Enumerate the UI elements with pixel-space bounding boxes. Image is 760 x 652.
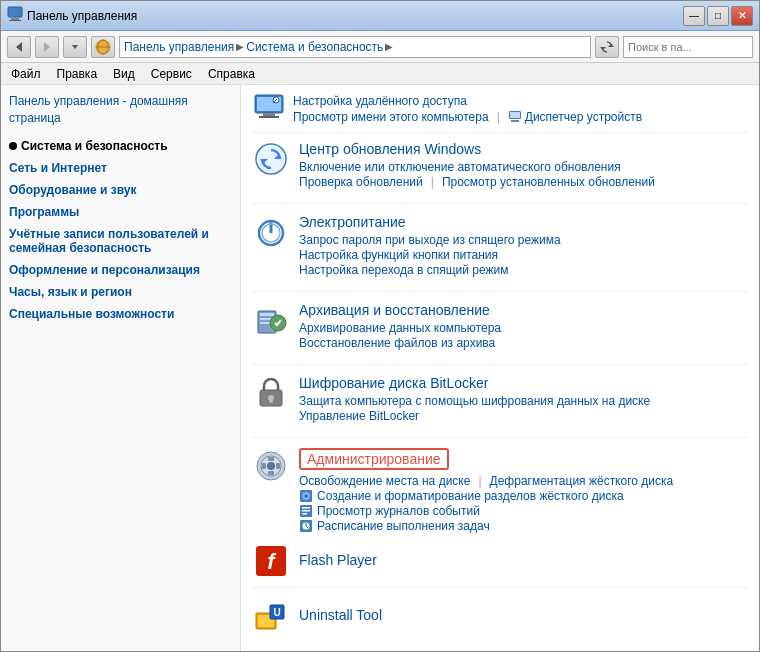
svg-rect-46 bbox=[302, 510, 310, 512]
power-title[interactable]: Электропитание bbox=[299, 214, 561, 230]
address-bar: Панель управления ▶ Система и безопаснос… bbox=[1, 31, 759, 63]
svg-rect-36 bbox=[268, 457, 274, 461]
title-bar-text: Панель управления bbox=[7, 6, 683, 25]
menu-service[interactable]: Сервис bbox=[147, 65, 196, 83]
link-sleep-password[interactable]: Запрос пароля при выходе из спящего режи… bbox=[299, 233, 561, 247]
sidebar-item-programs[interactable]: Программы bbox=[9, 205, 232, 219]
menu-edit[interactable]: Правка bbox=[53, 65, 102, 83]
maximize-button[interactable]: □ bbox=[707, 6, 729, 26]
link-auto-update[interactable]: Включение или отключение автоматического… bbox=[299, 160, 655, 174]
svg-rect-37 bbox=[268, 471, 274, 475]
link-computer-name[interactable]: Просмотр имени этого компьютера bbox=[293, 110, 489, 124]
refresh-button[interactable] bbox=[595, 36, 619, 58]
svg-rect-27 bbox=[260, 313, 274, 316]
uninstall-tool-title[interactable]: Uninstall Tool bbox=[299, 607, 382, 623]
section-row-bitlocker: Шифрование диска BitLocker Защита компью… bbox=[253, 375, 747, 423]
section-bitlocker: Шифрование диска BitLocker Защита компью… bbox=[253, 375, 747, 438]
sidebar-item-system[interactable]: Система и безопасность bbox=[9, 139, 232, 153]
section-backup: Архивация и восстановление Архивирование… bbox=[253, 302, 747, 365]
link-bitlocker-manage[interactable]: Управление BitLocker bbox=[299, 409, 650, 423]
sidebar-item-accounts[interactable]: Учётные записи пользователей и семейная … bbox=[9, 227, 232, 255]
windows-update-icon bbox=[253, 141, 289, 177]
forward-button[interactable] bbox=[35, 36, 59, 58]
sep: | bbox=[431, 175, 434, 189]
bitlocker-title[interactable]: Шифрование диска BitLocker bbox=[299, 375, 650, 391]
folder-up-button[interactable] bbox=[91, 36, 115, 58]
menu-view[interactable]: Вид bbox=[109, 65, 139, 83]
windows-update-title[interactable]: Центр обновления Windows bbox=[299, 141, 655, 157]
svg-rect-16 bbox=[259, 116, 279, 118]
flash-player-title[interactable]: Flash Player bbox=[299, 552, 377, 568]
breadcrumb-home[interactable]: Панель управления bbox=[124, 40, 234, 54]
link-device-manager[interactable]: Диспетчер устройств bbox=[525, 110, 642, 124]
flash-player-icon: f bbox=[253, 543, 289, 579]
link-restore-files[interactable]: Восстановление файлов из архива bbox=[299, 336, 501, 350]
link-free-space[interactable]: Освобождение места на диске bbox=[299, 474, 470, 488]
breadcrumb-bar[interactable]: Панель управления ▶ Система и безопаснос… bbox=[119, 36, 591, 58]
svg-marker-10 bbox=[600, 47, 606, 50]
svg-rect-45 bbox=[302, 507, 310, 509]
link-format-disk[interactable]: Создание и форматирование разделов жёстк… bbox=[317, 489, 624, 503]
link-power-button[interactable]: Настройка функций кнопки питания bbox=[299, 248, 561, 262]
bitlocker-links: Защита компьютера с помощью шифрования д… bbox=[299, 394, 650, 423]
link-task-schedule[interactable]: Расписание выполнения задач bbox=[317, 519, 490, 533]
sidebar-section-hardware: Оборудование и звук bbox=[9, 183, 232, 197]
breadcrumb-system[interactable]: Система и безопасность bbox=[246, 40, 383, 54]
sidebar-section-appearance: Оформление и персонализация bbox=[9, 263, 232, 277]
minimize-button[interactable]: — bbox=[683, 6, 705, 26]
windows-update-links: Включение или отключение автоматического… bbox=[299, 160, 655, 189]
sidebar-item-accessibility[interactable]: Специальные возможности bbox=[9, 307, 232, 321]
admin-links-row2: Создание и форматирование разделов жёстк… bbox=[299, 489, 673, 503]
power-links: Запрос пароля при выходе из спящего режи… bbox=[299, 233, 561, 277]
section-row-admin: Администрирование Освобождение места на … bbox=[253, 448, 747, 533]
svg-marker-4 bbox=[44, 42, 50, 52]
active-indicator bbox=[9, 142, 17, 150]
link-backup-data[interactable]: Архивирование данных компьютера bbox=[299, 321, 501, 335]
link-check-updates[interactable]: Проверка обновлений bbox=[299, 175, 423, 189]
admin-title[interactable]: Администрирование bbox=[307, 451, 441, 467]
link-event-logs[interactable]: Просмотр журналов событий bbox=[317, 504, 480, 518]
top-links-row: Настройка удалённого доступа Просмотр им… bbox=[253, 91, 747, 133]
sidebar-home[interactable]: Панель управления - домашняя страница bbox=[9, 93, 232, 127]
sidebar-item-clock[interactable]: Часы, язык и регион bbox=[9, 285, 232, 299]
close-button[interactable]: ✕ bbox=[731, 6, 753, 26]
content-area: Настройка удалённого доступа Просмотр им… bbox=[241, 85, 759, 651]
search-input[interactable] bbox=[628, 41, 760, 53]
title-bar: Панель управления — □ ✕ bbox=[1, 1, 759, 31]
windows-update-content: Центр обновления Windows Включение или о… bbox=[299, 141, 655, 189]
link-view-installed[interactable]: Просмотр установленных обновлений bbox=[442, 175, 655, 189]
sidebar-item-appearance[interactable]: Оформление и персонализация bbox=[9, 263, 232, 277]
search-box[interactable] bbox=[623, 36, 753, 58]
section-power: Электропитание Запрос пароля при выходе … bbox=[253, 214, 747, 292]
menu-file[interactable]: Файл bbox=[7, 65, 45, 83]
back-button[interactable] bbox=[7, 36, 31, 58]
link-defrag[interactable]: Дефрагментация жёсткого диска bbox=[490, 474, 674, 488]
bitlocker-icon bbox=[253, 375, 289, 411]
uninstall-tool-icon: U bbox=[253, 598, 289, 634]
link-sleep-mode[interactable]: Настройка перехода в спящий режим bbox=[299, 263, 561, 277]
top-links-list: Настройка удалённого доступа Просмотр им… bbox=[293, 94, 642, 124]
breadcrumb-sep-2: ▶ bbox=[385, 41, 393, 52]
svg-rect-38 bbox=[262, 463, 266, 469]
content-inner: Настройка удалённого доступа Просмотр им… bbox=[241, 85, 759, 650]
admin-content: Администрирование Освобождение места на … bbox=[299, 448, 673, 533]
sidebar-item-network[interactable]: Сеть и Интернет bbox=[9, 161, 232, 175]
section-row-power: Электропитание Запрос пароля при выходе … bbox=[253, 214, 747, 277]
svg-rect-20 bbox=[511, 120, 519, 122]
sidebar-item-hardware[interactable]: Оборудование и звук bbox=[9, 183, 232, 197]
svg-marker-5 bbox=[72, 45, 78, 49]
backup-content: Архивация и восстановление Архивирование… bbox=[299, 302, 501, 350]
link-remote-access[interactable]: Настройка удалённого доступа bbox=[293, 94, 467, 108]
admin-links: Освобождение места на диске | Дефрагмент… bbox=[299, 474, 673, 533]
link-bitlocker-protect[interactable]: Защита компьютера с помощью шифрования д… bbox=[299, 394, 650, 408]
menu-bar: Файл Правка Вид Сервис Справка bbox=[1, 63, 759, 85]
menu-help[interactable]: Справка bbox=[204, 65, 259, 83]
svg-marker-9 bbox=[608, 44, 614, 47]
backup-title[interactable]: Архивация и восстановление bbox=[299, 302, 501, 318]
svg-rect-15 bbox=[263, 113, 275, 116]
recent-pages-button[interactable] bbox=[63, 36, 87, 58]
uninstall-tool-row: U Uninstall Tool bbox=[253, 598, 747, 634]
main-window: Панель управления — □ ✕ bbox=[0, 0, 760, 652]
svg-rect-29 bbox=[260, 322, 270, 324]
backup-links: Архивирование данных компьютера Восстано… bbox=[299, 321, 501, 350]
